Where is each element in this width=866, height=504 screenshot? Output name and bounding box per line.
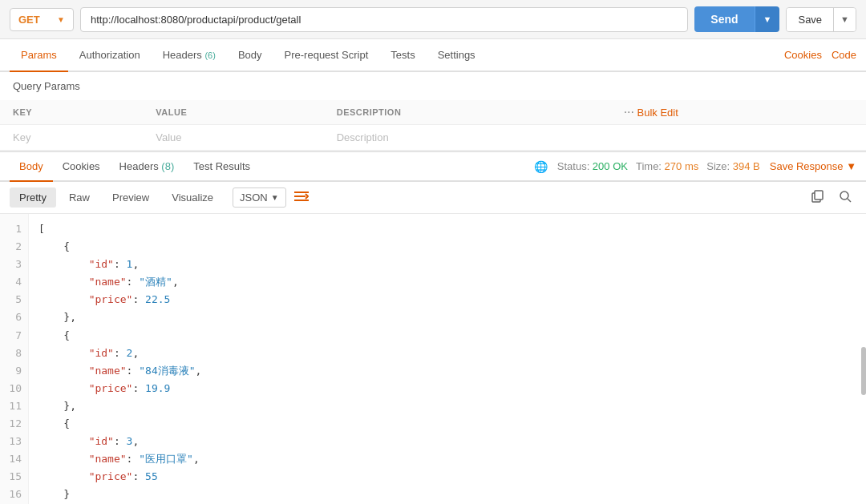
resp-tab-test-results[interactable]: Test Results: [184, 152, 260, 182]
actions-cell: [611, 125, 866, 151]
format-select[interactable]: JSON ▼: [233, 187, 286, 208]
line-num-9: 9: [3, 362, 22, 380]
col-description: DESCRIPTION: [324, 100, 611, 125]
url-input[interactable]: [80, 7, 688, 32]
line-num-13: 13: [3, 433, 22, 450]
send-dropdown-button[interactable]: ▼: [755, 6, 780, 32]
svg-rect-1: [294, 196, 306, 197]
body-toolbar: Pretty Raw Preview Visualize JSON ▼: [0, 182, 866, 214]
code-line-13: "id": 3,: [38, 433, 856, 450]
view-raw-button[interactable]: Raw: [59, 187, 99, 208]
wrap-button[interactable]: [294, 189, 309, 206]
code-line-14: "name": "医用口罩",: [38, 450, 856, 468]
params-placeholder-row: Key Value Description: [0, 125, 866, 151]
save-btn-group: Save ▼: [786, 7, 856, 32]
copy-button[interactable]: [807, 187, 828, 208]
line-num-10: 10: [3, 380, 22, 397]
resp-tabs-right: 🌐 Status: 200 OK Time: 270 ms Size: 394 …: [534, 160, 856, 173]
code-area: 1 2 3 4 5 6 7 8 9 10 11 12 13 14 15 16 1…: [0, 214, 866, 504]
line-num-15: 15: [3, 468, 22, 486]
code-line-10: "price": 19.9: [38, 380, 856, 397]
line-numbers: 1 2 3 4 5 6 7 8 9 10 11 12 13 14 15 16 1…: [0, 214, 29, 504]
time-value: 270 ms: [665, 160, 699, 172]
svg-point-5: [840, 192, 848, 200]
method-select[interactable]: GET ▼: [10, 8, 74, 31]
code-line-3: "id": 1,: [38, 256, 856, 273]
response-tabs: Body Cookies Headers (8) Test Results 🌐 …: [0, 151, 866, 182]
line-num-4: 4: [3, 273, 22, 291]
svg-rect-0: [294, 192, 309, 193]
time-label: Time: 270 ms: [636, 160, 698, 172]
send-button[interactable]: Send: [694, 6, 754, 32]
code-content: [ { "id": 1, "name": "酒精", "price": 22.5…: [29, 214, 866, 504]
tab-tests[interactable]: Tests: [379, 39, 426, 72]
resp-tab-headers[interactable]: Headers (8): [110, 152, 184, 182]
headers-badge: (6): [204, 50, 215, 60]
size-value: 394 B: [733, 160, 760, 172]
col-actions: ··· Bulk Edit: [611, 100, 866, 125]
status-info: Status: 200 OK Time: 270 ms Size: 394 B: [557, 160, 760, 172]
key-placeholder[interactable]: Key: [0, 125, 143, 151]
top-bar: GET ▼ Send ▼ Save ▼: [0, 0, 866, 39]
cookies-link[interactable]: Cookies: [784, 49, 822, 61]
line-num-7: 7: [3, 327, 22, 345]
svg-line-6: [848, 199, 851, 202]
resp-tab-cookies[interactable]: Cookies: [53, 152, 110, 182]
tab-authorization[interactable]: Authorization: [68, 39, 152, 72]
tab-prerequest[interactable]: Pre-request Script: [273, 39, 380, 72]
code-line-16: }: [38, 486, 856, 503]
size-label: Size: 394 B: [706, 160, 760, 172]
col-key: KEY: [0, 100, 143, 125]
line-num-11: 11: [3, 397, 22, 415]
value-placeholder[interactable]: Value: [143, 125, 323, 151]
send-btn-group: Send ▼: [694, 6, 779, 32]
line-num-16: 16: [3, 486, 22, 503]
line-num-2: 2: [3, 238, 22, 256]
code-line-8: "id": 2,: [38, 345, 856, 362]
view-visualize-button[interactable]: Visualize: [162, 187, 223, 208]
params-table: KEY VALUE DESCRIPTION ··· Bulk Edit Key …: [0, 100, 866, 151]
tab-body[interactable]: Body: [227, 39, 273, 72]
description-placeholder[interactable]: Description: [324, 125, 611, 151]
scrollbar[interactable]: [861, 347, 866, 395]
line-num-12: 12: [3, 415, 22, 433]
code-line-11: },: [38, 397, 856, 415]
bulk-edit-button[interactable]: Bulk Edit: [637, 107, 678, 119]
request-tabs: Params Authorization Headers (6) Body Pr…: [0, 39, 866, 72]
tab-params[interactable]: Params: [10, 39, 68, 72]
view-preview-button[interactable]: Preview: [103, 187, 159, 208]
line-num-6: 6: [3, 308, 22, 326]
code-line-7: {: [38, 327, 856, 345]
status-label: Status: 200 OK: [557, 160, 628, 172]
svg-rect-2: [294, 200, 309, 201]
line-num-5: 5: [3, 291, 22, 308]
view-pretty-button[interactable]: Pretty: [10, 187, 56, 208]
method-label: GET: [18, 14, 40, 26]
tab-settings[interactable]: Settings: [427, 39, 487, 72]
code-line-12: {: [38, 415, 856, 433]
resp-tab-body[interactable]: Body: [10, 152, 53, 182]
line-num-8: 8: [3, 345, 22, 362]
req-tabs-right: Cookies Code: [784, 49, 856, 61]
code-line-1: [: [38, 220, 856, 238]
code-line-15: "price": 55: [38, 468, 856, 486]
format-label: JSON: [240, 192, 268, 204]
line-num-1: 1: [3, 220, 22, 238]
line-num-3: 3: [3, 256, 22, 273]
globe-icon: 🌐: [534, 160, 548, 173]
col-value: VALUE: [143, 100, 323, 125]
search-button[interactable]: [835, 187, 856, 208]
save-button[interactable]: Save: [787, 8, 833, 31]
code-line-6: },: [38, 308, 856, 326]
status-value: 200 OK: [593, 160, 628, 172]
code-link[interactable]: Code: [832, 49, 856, 61]
line-num-14: 14: [3, 450, 22, 468]
tab-headers[interactable]: Headers (6): [152, 39, 227, 72]
save-response-button[interactable]: Save Response ▼: [770, 160, 856, 172]
code-line-2: {: [38, 238, 856, 256]
method-chevron-icon: ▼: [57, 15, 65, 24]
query-params-title: Query Params: [0, 72, 866, 100]
more-options-button[interactable]: ···: [624, 105, 634, 119]
code-line-9: "name": "84消毒液",: [38, 362, 856, 380]
save-dropdown-button[interactable]: ▼: [833, 8, 856, 31]
